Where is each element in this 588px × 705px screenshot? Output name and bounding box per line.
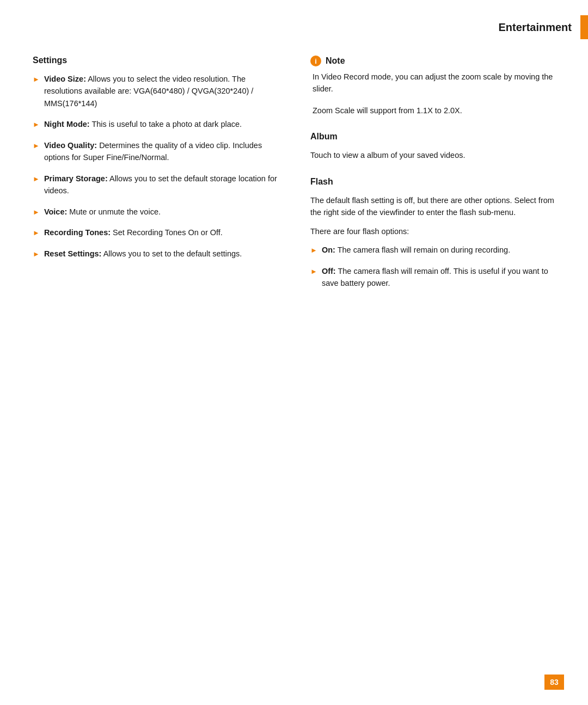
item-label: Primary Storage:	[44, 174, 108, 183]
page-header: Entertainment	[0, 0, 588, 39]
bullet-arrow-icon: ►	[33, 140, 40, 151]
item-text: Reset Settings: Allows you to set to the…	[44, 248, 242, 260]
list-item: ► Voice: Mute or unmute the voice.	[33, 206, 278, 218]
list-item: ► Video Size: Allows you to select the v…	[33, 73, 278, 109]
settings-list: ► Video Size: Allows you to select the v…	[33, 73, 278, 260]
header-accent-bar	[580, 15, 588, 39]
bullet-arrow-icon: ►	[33, 249, 40, 260]
main-content: Settings ► Video Size: Allows you to sel…	[0, 56, 588, 298]
bullet-arrow-icon: ►	[33, 228, 40, 238]
item-label: Night Mode:	[44, 120, 90, 128]
bullet-arrow-icon: ►	[33, 74, 40, 85]
note-heading: i Note	[310, 56, 555, 66]
flash-heading: Flash	[310, 177, 555, 187]
right-column: i Note In Video Record mode, you can adj…	[310, 56, 555, 298]
page-title: Entertainment	[499, 21, 580, 34]
list-item: ► Recording Tones: Set Recording Tones O…	[33, 226, 278, 238]
album-text: Touch to view a album of your saved vide…	[310, 149, 555, 161]
list-item: ► Primary Storage: Allows you to set the…	[33, 173, 278, 197]
item-label: Off:	[322, 267, 336, 275]
note-line-1: In Video Record mode, you can adjust the…	[310, 71, 555, 95]
note-heading-text: Note	[326, 56, 345, 66]
bullet-arrow-icon: ►	[33, 207, 40, 218]
list-item: ► Video Quality: Determines the quality …	[33, 139, 278, 164]
album-heading: Album	[310, 132, 555, 142]
album-section: Album Touch to view a album of your save…	[310, 132, 555, 161]
note-section: i Note In Video Record mode, you can adj…	[310, 56, 555, 117]
item-text: Video Quality: Determines the quality of…	[44, 139, 278, 164]
item-text: Voice: Mute or unmute the voice.	[44, 206, 161, 218]
list-item: ► Night Mode: This is useful to take a p…	[33, 118, 278, 130]
bullet-arrow-icon: ►	[310, 266, 317, 277]
note-icon: i	[310, 56, 321, 66]
item-label: Video Size:	[44, 75, 86, 83]
flash-list: ► On: The camera flash will remain on du…	[310, 244, 555, 289]
item-text: Recording Tones: Set Recording Tones On …	[44, 226, 223, 238]
bullet-arrow-icon: ►	[33, 119, 40, 130]
page-number: 83	[544, 675, 564, 690]
left-column: Settings ► Video Size: Allows you to sel…	[33, 56, 278, 298]
item-label: Voice:	[44, 207, 67, 216]
item-label: Recording Tones:	[44, 228, 111, 237]
bullet-arrow-icon: ►	[33, 174, 40, 185]
list-item: ► On: The camera flash will remain on du…	[310, 244, 555, 256]
flash-section: Flash The default flash setting is off, …	[310, 177, 555, 290]
settings-heading: Settings	[33, 56, 278, 65]
note-line-2: Zoom Scale will support from 1.1X to 2.0…	[310, 105, 555, 117]
item-text: Video Size: Allows you to select the vid…	[44, 73, 278, 109]
item-text: Primary Storage: Allows you to set the d…	[44, 173, 278, 197]
item-text: Night Mode: This is useful to take a pho…	[44, 118, 242, 130]
item-label: Reset Settings:	[44, 249, 102, 258]
item-label: On:	[322, 246, 335, 254]
item-text: On: The camera flash will remain on duri…	[322, 244, 510, 256]
list-item: ► Reset Settings: Allows you to set to t…	[33, 248, 278, 260]
item-text: Off: The camera flash will remain off. T…	[322, 265, 555, 290]
bullet-arrow-icon: ►	[310, 245, 317, 256]
list-item: ► Off: The camera flash will remain off.…	[310, 265, 555, 290]
flash-intro-1: The default flash setting is off, but th…	[310, 194, 555, 219]
flash-intro-2: There are four flash options:	[310, 225, 555, 237]
item-label: Video Quality:	[44, 141, 97, 150]
